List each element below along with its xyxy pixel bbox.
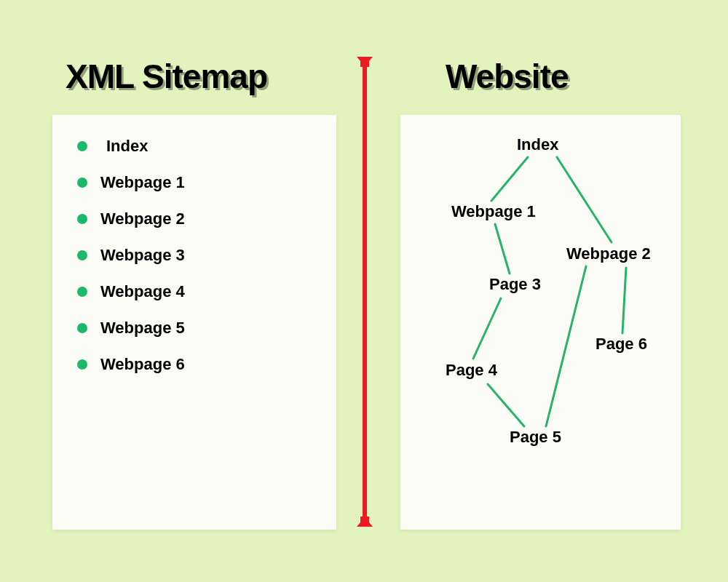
list-item-label: Webpage 2 <box>100 210 185 228</box>
tree-node-page5: Page 5 <box>510 428 561 447</box>
list-item-label: Webpage 5 <box>100 319 185 338</box>
sitemap-list-panel: Index Webpage 1 Webpage 2 Webpage 3 Webp… <box>52 115 336 530</box>
bullet-icon <box>77 178 87 188</box>
list-item: Webpage 1 <box>77 173 185 192</box>
tree-node-index: Index <box>517 135 558 154</box>
svg-line-0 <box>491 157 528 201</box>
svg-line-6 <box>488 384 524 426</box>
sitemap-list: Index Webpage 1 Webpage 2 Webpage 3 Webp… <box>77 137 185 391</box>
list-item-label: Webpage 4 <box>100 282 185 301</box>
list-item: Index <box>77 137 185 156</box>
divider-cap-bottom-icon <box>357 517 373 527</box>
bullet-icon <box>77 214 87 224</box>
bullet-icon <box>77 359 87 370</box>
bullet-icon <box>77 250 87 260</box>
website-tree-panel: Index Webpage 1 Webpage 2 Page 3 Page 4 … <box>400 115 681 530</box>
list-item-label: Index <box>100 137 148 156</box>
list-item-label: Webpage 6 <box>100 355 185 374</box>
bullet-icon <box>77 287 87 297</box>
svg-line-4 <box>622 268 626 333</box>
list-item: Webpage 2 <box>77 210 185 228</box>
list-item: Webpage 4 <box>77 282 185 301</box>
heading-xml-sitemap: XML Sitemap <box>66 57 267 96</box>
tree-node-webpage2: Webpage 2 <box>566 244 651 263</box>
tree-edges <box>400 115 681 530</box>
tree-node-page3: Page 3 <box>489 275 541 294</box>
tree-node-page6: Page 6 <box>596 335 647 354</box>
list-item-label: Webpage 3 <box>100 246 185 265</box>
svg-line-1 <box>557 157 612 242</box>
list-item: Webpage 3 <box>77 246 185 265</box>
list-item: Webpage 6 <box>77 355 185 374</box>
heading-website: Website <box>446 57 569 96</box>
tree-node-webpage1: Webpage 1 <box>451 202 536 221</box>
svg-line-2 <box>495 224 510 274</box>
bullet-icon <box>77 141 87 151</box>
svg-line-3 <box>546 266 586 426</box>
list-item-label: Webpage 1 <box>100 173 185 192</box>
vertical-divider <box>363 64 367 521</box>
list-item: Webpage 5 <box>77 319 185 338</box>
divider-cap-top-icon <box>357 57 373 67</box>
svg-line-5 <box>473 298 501 359</box>
tree-node-page4: Page 4 <box>446 361 497 380</box>
bullet-icon <box>77 323 87 333</box>
